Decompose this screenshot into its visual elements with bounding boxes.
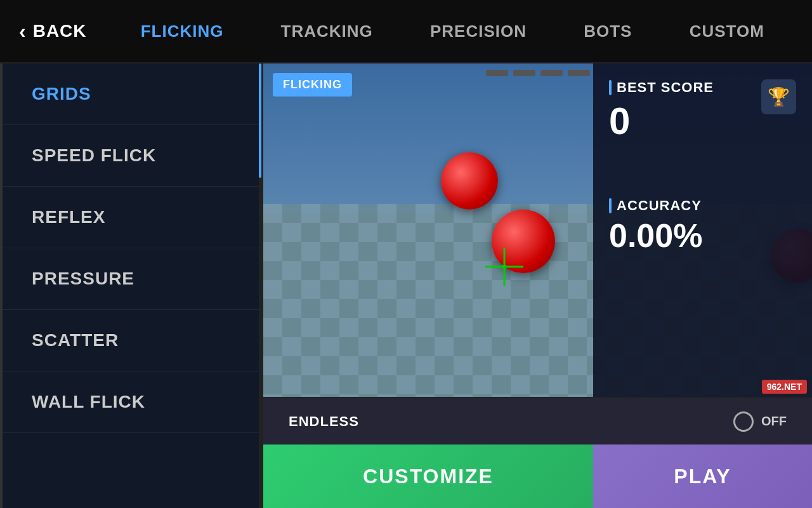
back-arrow-icon: ‹: [19, 20, 27, 43]
endless-section: ENDLESS OFF: [263, 398, 812, 444]
action-buttons: CUSTOMIZE PLAY: [263, 444, 812, 508]
sidebar-item-speed-flick[interactable]: SPEED FLICK: [0, 125, 261, 187]
endless-toggle[interactable]: OFF: [733, 411, 787, 432]
stats-panel: BEST SCORE 0 🏆 ACCURACY 0.00%: [593, 64, 812, 397]
score-dot-4: [568, 70, 590, 76]
score-accent-bar: [609, 80, 612, 95]
score-dots: [486, 70, 590, 76]
flicking-badge: FLICKING: [273, 73, 352, 97]
preview-area: FLICKING BEST SCORE: [263, 64, 812, 508]
score-dot-3: [540, 70, 563, 76]
target-ball-1: [441, 152, 498, 210]
score-dot-1: [486, 70, 508, 76]
nav-item-bots[interactable]: BOTS: [571, 15, 645, 48]
accuracy-title: ACCURACY: [617, 197, 702, 214]
accuracy-accent-bar: [609, 198, 612, 213]
toggle-state-label: OFF: [761, 414, 787, 429]
scroll-thumb: [259, 64, 261, 178]
target-ball-2: [492, 210, 555, 273]
customize-button[interactable]: CUSTOMIZE: [263, 444, 593, 508]
scroll-bar: [259, 64, 261, 508]
crosshair-center: [502, 265, 506, 269]
nav-item-custom[interactable]: CUSTOM: [677, 15, 777, 48]
score-dot-2: [513, 70, 535, 76]
score-section: BEST SCORE 0 🏆: [609, 79, 796, 140]
play-button[interactable]: PLAY: [593, 444, 812, 508]
accuracy-label-group: ACCURACY: [609, 197, 796, 214]
main-content: GRIDS SPEED FLICK REFLEX PRESSURE SCATTE…: [0, 64, 812, 508]
back-label: BACK: [33, 21, 87, 41]
nav-item-tracking[interactable]: TRACKING: [268, 15, 386, 48]
sidebar-item-reflex[interactable]: REFLEX: [0, 187, 261, 248]
score-label-group: BEST SCORE: [609, 79, 714, 96]
score-title: BEST SCORE: [617, 79, 714, 96]
bottom-controls: ENDLESS OFF: [263, 397, 812, 444]
score-value: 0: [609, 102, 714, 140]
back-button[interactable]: ‹ BACK: [19, 20, 87, 43]
watermark: 962.NET: [762, 380, 807, 394]
nav-item-flicking[interactable]: FLICKING: [128, 15, 237, 48]
nav-items: FLICKING TRACKING PRECISION BOTS CUSTOM: [112, 15, 793, 48]
toggle-circle-icon: [733, 411, 754, 432]
endless-label: ENDLESS: [289, 413, 359, 430]
game-canvas: FLICKING BEST SCORE: [263, 64, 812, 397]
accuracy-value: 0.00%: [609, 219, 796, 252]
trophy-button[interactable]: 🏆: [761, 79, 796, 114]
sidebar-item-grids[interactable]: GRIDS: [0, 64, 261, 125]
score-info: BEST SCORE 0: [609, 79, 714, 140]
accuracy-section: ACCURACY 0.00%: [609, 197, 796, 252]
sidebar-item-scatter[interactable]: SCATTER: [0, 310, 261, 371]
sidebar: GRIDS SPEED FLICK REFLEX PRESSURE SCATTE…: [0, 64, 263, 508]
sidebar-item-wall-flick[interactable]: WALL FLICK: [0, 371, 261, 433]
sidebar-item-pressure[interactable]: PRESSURE: [0, 248, 261, 310]
top-navigation: ‹ BACK FLICKING TRACKING PRECISION BOTS …: [0, 0, 812, 64]
nav-item-precision[interactable]: PRECISION: [417, 15, 539, 48]
